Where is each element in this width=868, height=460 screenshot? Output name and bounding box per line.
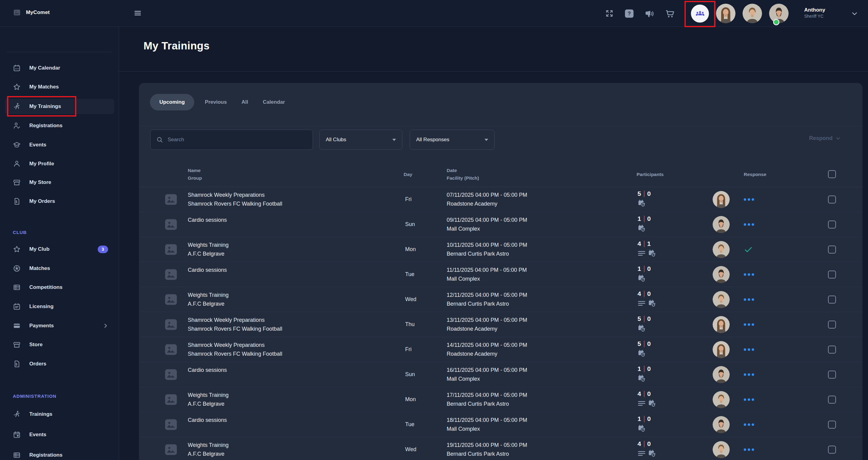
table-row[interactable]: Shamrock Weekly Preparations Shamrock Ro… <box>139 312 863 337</box>
row-checkbox[interactable] <box>828 446 836 454</box>
training-group: A.F.C Belgrave <box>188 250 404 258</box>
help-icon[interactable]: ? <box>625 9 633 18</box>
person-check-icon <box>13 122 21 130</box>
sidebar-item-my-trainings[interactable]: My Trainings <box>5 99 114 114</box>
hamburger-menu-icon[interactable] <box>134 9 142 17</box>
row-checkbox[interactable] <box>828 270 836 278</box>
user-menu[interactable]: Anthony Sheriff YC <box>804 7 825 19</box>
row-checkbox[interactable] <box>828 371 836 379</box>
sidebar-item-store[interactable]: Store <box>5 337 114 352</box>
response-filter-dropdown[interactable]: All Responses <box>410 130 495 150</box>
tab-upcoming[interactable]: Upcoming <box>150 94 194 110</box>
count-separator <box>644 391 645 397</box>
credit-card-icon <box>13 322 21 330</box>
sidebar-item-registrations[interactable]: Registrations <box>5 118 114 133</box>
table-row[interactable]: Shamrock Weekly Preparations Shamrock Ro… <box>139 337 863 362</box>
sidebar-item-my-club[interactable]: My Club 3 <box>5 241 114 257</box>
pending-dots-icon <box>744 198 754 201</box>
logo-image-placeholder-icon <box>13 9 21 16</box>
sidebar-item-admin-events[interactable]: Events <box>5 427 114 442</box>
training-facility: Bernard Curtis Park Astro <box>447 300 637 308</box>
training-date: 07/11/2025 04:00 PM - 05:00 PM <box>447 191 637 199</box>
header-avatar-1[interactable] <box>716 4 736 23</box>
sidebar-item-my-matches[interactable]: My Matches <box>5 79 114 95</box>
training-flags <box>638 449 713 458</box>
training-image-placeholder-icon <box>164 393 178 406</box>
tab-previous[interactable]: Previous <box>197 99 234 105</box>
sidebar-item-admin-trainings[interactable]: Trainings <box>5 406 114 422</box>
participants-count: 5 0 <box>638 315 713 323</box>
training-group: A.F.C Belgrave <box>188 450 404 458</box>
row-checkbox[interactable] <box>828 296 836 303</box>
select-all-checkbox[interactable] <box>828 170 836 178</box>
sidebar-item-licensing[interactable]: Licensing <box>5 299 114 314</box>
search-input[interactable] <box>167 137 307 143</box>
people-group-icon <box>695 9 705 19</box>
training-flags <box>638 374 713 383</box>
row-checkbox[interactable] <box>828 421 836 429</box>
chevron-down-icon[interactable] <box>850 10 859 18</box>
team-members-button[interactable] <box>691 5 709 23</box>
participant-avatar <box>713 291 730 308</box>
sidebar-item-orders[interactable]: Orders <box>5 356 114 371</box>
tab-all[interactable]: All <box>234 99 255 105</box>
table-row[interactable]: Cardio sessions Sun 09/11/2025 04:00 PM … <box>139 212 863 237</box>
sidebar-item-label: My Profile <box>29 161 54 167</box>
recurring-calendar-icon <box>638 224 646 232</box>
sidebar-item-label: My Club <box>29 246 50 252</box>
sidebar-item-payments[interactable]: Payments <box>5 318 114 333</box>
trainings-card: Upcoming Previous All Calendar All Clubs… <box>139 83 863 460</box>
participant-avatar <box>713 241 730 258</box>
row-checkbox[interactable] <box>828 396 836 403</box>
training-day: Wed <box>404 446 447 453</box>
training-name: Weights Training <box>188 291 404 300</box>
table-row[interactable]: Weights Training A.F.C Belgrave Mon 10/1… <box>139 237 863 262</box>
tab-calendar[interactable]: Calendar <box>255 99 292 105</box>
attendance-list-icon <box>638 399 646 407</box>
training-name: Shamrock Weekly Preparations <box>188 191 404 199</box>
table-row[interactable]: Cardio sessions Tue 18/11/2025 04:00 PM … <box>139 412 863 437</box>
training-facility: Roadstone Academy <box>447 350 637 358</box>
respond-label: Respond <box>809 135 833 141</box>
row-checkbox[interactable] <box>828 245 836 254</box>
sidebar-item-my-profile[interactable]: My Profile <box>5 156 114 171</box>
sidebar-item-my-orders[interactable]: My Orders <box>5 194 114 209</box>
training-name: Weights Training <box>188 441 404 450</box>
sidebar-item-my-calendar[interactable]: My Calendar <box>5 60 114 76</box>
online-status-dot <box>773 19 779 25</box>
sidebar-item-my-store[interactable]: My Store <box>5 175 114 190</box>
fullscreen-icon[interactable] <box>605 9 614 18</box>
pending-dots-icon <box>744 348 754 351</box>
participants-count: 5 0 <box>638 190 713 198</box>
training-date: 11/11/2025 04:00 PM - 05:00 PM <box>447 266 637 274</box>
table-row[interactable]: Cardio sessions Sun 16/11/2025 04:00 PM … <box>139 362 863 387</box>
sidebar-item-events[interactable]: Events <box>5 137 114 153</box>
table-row[interactable]: Shamrock Weekly Preparations Shamrock Ro… <box>139 187 863 212</box>
cart-icon[interactable] <box>665 9 675 19</box>
table-row[interactable]: Weights Training A.F.C Belgrave Wed 19/1… <box>139 437 863 460</box>
respond-button[interactable]: Respond <box>809 135 841 141</box>
sidebar-item-label: My Orders <box>29 198 55 204</box>
sidebar-item-competitions[interactable]: Competitions <box>5 280 114 295</box>
row-checkbox[interactable] <box>828 346 836 354</box>
sidebar-item-label: My Calendar <box>29 65 60 71</box>
participant-avatar <box>713 316 730 333</box>
row-checkbox[interactable] <box>828 321 836 329</box>
row-checkbox[interactable] <box>828 196 836 203</box>
training-day: Sun <box>404 221 447 228</box>
announcements-icon[interactable] <box>644 9 654 19</box>
sidebar-item-admin-registrations[interactable]: Registrations <box>5 448 114 460</box>
table-row[interactable]: Weights Training A.F.C Belgrave Wed 12/1… <box>139 287 863 312</box>
training-image-placeholder-icon <box>164 293 178 306</box>
chevron-right-icon <box>102 322 109 329</box>
club-filter-dropdown[interactable]: All Clubs <box>319 130 402 150</box>
sidebar-section-administration: ADMINISTRATION <box>13 394 57 399</box>
table-row[interactable]: Weights Training A.F.C Belgrave Mon 17/1… <box>139 387 863 412</box>
training-date: 19/11/2025 04:00 PM - 05:00 PM <box>447 441 637 450</box>
header-avatar-2[interactable] <box>743 4 762 23</box>
response-status <box>744 449 826 451</box>
column-header-response: Response <box>744 170 826 178</box>
table-row[interactable]: Cardio sessions Tue 11/11/2025 04:00 PM … <box>139 262 863 287</box>
sidebar-item-matches[interactable]: Matches <box>5 261 114 276</box>
row-checkbox[interactable] <box>828 221 836 228</box>
